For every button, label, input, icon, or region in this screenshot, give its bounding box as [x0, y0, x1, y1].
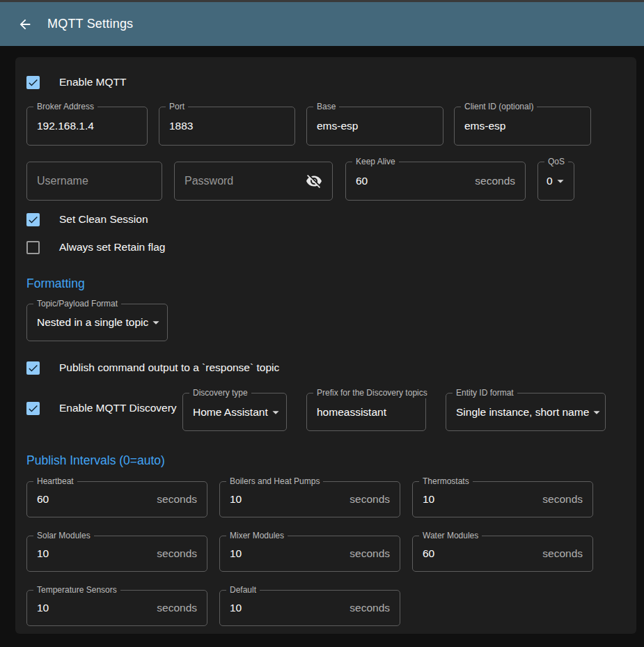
- retain-flag-checkbox[interactable]: Always set Retain flag: [26, 240, 625, 254]
- broker-settings-row: Broker Address 192.168.1.4 Port 1883 Bas…: [26, 107, 625, 146]
- password-field[interactable]: [174, 162, 333, 201]
- checkbox-icon: [26, 241, 40, 254]
- interval-suffix: seconds: [157, 493, 197, 506]
- back-arrow-icon[interactable]: [17, 16, 33, 33]
- interval-label: Solar Modules: [33, 531, 94, 541]
- enable-mqtt-label: Enable MQTT: [59, 76, 126, 88]
- discovery-type-value: Home Assistant: [193, 406, 268, 419]
- interval-suffix: seconds: [542, 493, 583, 506]
- interval-suffix: seconds: [350, 493, 390, 506]
- keep-alive-label: Keep Alive: [352, 157, 399, 167]
- interval-field-temperature-sensors[interactable]: Temperature Sensors 10 seconds: [26, 590, 207, 626]
- chevron-down-icon: [268, 405, 283, 420]
- publish-intervals-grid: Heartbeat 60 seconds Boilers and Heat Pu…: [26, 481, 625, 626]
- chevron-down-icon: [553, 173, 568, 189]
- interval-value: 10: [37, 547, 49, 560]
- interval-field-mixer-modules[interactable]: Mixer Modules 10 seconds: [219, 536, 400, 572]
- interval-field-heartbeat[interactable]: Heartbeat 60 seconds: [26, 481, 207, 517]
- keep-alive-suffix: seconds: [475, 175, 515, 187]
- topic-format-label: Topic/Payload Format: [33, 299, 121, 309]
- publish-intervals-heading: Publish Intervals (0=auto): [26, 453, 625, 468]
- interval-field-default[interactable]: Default 10 seconds: [219, 590, 400, 626]
- base-value: ems-esp: [317, 120, 358, 132]
- interval-value: 10: [37, 602, 49, 614]
- interval-value: 60: [37, 493, 49, 506]
- port-label: Port: [166, 102, 188, 112]
- checkbox-icon: [26, 76, 40, 89]
- settings-card: Enable MQTT Broker Address 192.168.1.4 P…: [15, 57, 636, 634]
- broker-address-field[interactable]: Broker Address 192.168.1.4: [26, 107, 148, 146]
- qos-label: QoS: [544, 157, 568, 167]
- interval-label: Mixer Modules: [226, 531, 288, 541]
- interval-label: Default: [226, 585, 260, 595]
- interval-label: Heartbeat: [33, 476, 77, 487]
- interval-suffix: seconds: [157, 602, 197, 614]
- checkbox-icon: [26, 402, 40, 415]
- clean-session-checkbox[interactable]: Set Clean Session: [26, 212, 625, 226]
- interval-label: Thermostats: [419, 476, 473, 487]
- interval-field-solar-modules[interactable]: Solar Modules 10 seconds: [26, 536, 207, 572]
- interval-field-water-modules[interactable]: Water Modules 60 seconds: [412, 536, 593, 572]
- visibility-off-icon[interactable]: [306, 173, 322, 189]
- discovery-prefix-value: homeassistant: [317, 406, 386, 419]
- client-id-label: Client ID (optional): [461, 102, 537, 112]
- keep-alive-field[interactable]: Keep Alive 60 seconds: [345, 162, 526, 201]
- interval-value: 10: [230, 547, 242, 560]
- interval-value: 60: [423, 547, 434, 560]
- discovery-type-label: Discovery type: [189, 388, 251, 398]
- checkbox-icon: [26, 361, 40, 375]
- publish-response-checkbox[interactable]: Publish command output to a `response` t…: [26, 361, 625, 375]
- discovery-prefix-label: Prefix for the Discovery topics: [313, 388, 431, 398]
- retain-flag-label: Always set Retain flag: [59, 241, 166, 254]
- page-title: MQTT Settings: [47, 17, 133, 31]
- port-field[interactable]: Port 1883: [159, 107, 295, 146]
- interval-field-thermostats[interactable]: Thermostats 10 seconds: [412, 481, 593, 517]
- enable-discovery-checkbox[interactable]: Enable MQTT Discovery: [26, 401, 182, 415]
- topic-format-value: Nested in a single topic: [37, 316, 148, 329]
- topic-payload-format-select[interactable]: Topic/Payload Format Nested in a single …: [26, 304, 168, 341]
- interval-value: 10: [230, 493, 242, 506]
- discovery-row: Enable MQTT Discovery Discovery type Hom…: [26, 391, 625, 431]
- username-input[interactable]: [37, 175, 152, 187]
- chevron-down-icon: [148, 315, 164, 330]
- entity-id-format-label: Entity ID format: [453, 388, 517, 398]
- interval-field-boilers-and-heat-pumps[interactable]: Boilers and Heat Pumps 10 seconds: [219, 481, 400, 517]
- interval-label: Boilers and Heat Pumps: [226, 476, 323, 487]
- app-bar: MQTT Settings: [0, 2, 644, 46]
- port-value: 1883: [169, 120, 193, 132]
- base-label: Base: [313, 102, 339, 112]
- interval-value: 10: [423, 493, 434, 506]
- client-id-field[interactable]: Client ID (optional) ems-esp: [454, 107, 591, 146]
- interval-value: 10: [230, 602, 242, 614]
- broker-address-value: 192.168.1.4: [37, 120, 94, 132]
- interval-label: Water Modules: [419, 531, 482, 541]
- qos-select[interactable]: QoS 0: [537, 162, 574, 201]
- discovery-prefix-field[interactable]: Prefix for the Discovery topics homeassi…: [306, 393, 426, 431]
- formatting-heading: Formatting: [26, 276, 625, 291]
- clean-session-label: Set Clean Session: [59, 213, 148, 226]
- chevron-down-icon: [589, 405, 604, 420]
- enable-mqtt-checkbox[interactable]: Enable MQTT: [26, 75, 625, 89]
- discovery-type-select[interactable]: Discovery type Home Assistant: [182, 393, 287, 431]
- entity-id-format-select[interactable]: Entity ID format Single instance, short …: [446, 393, 606, 431]
- enable-discovery-label: Enable MQTT Discovery: [59, 402, 177, 414]
- qos-value: 0: [547, 175, 553, 187]
- interval-suffix: seconds: [157, 547, 197, 560]
- publish-response-label: Publish command output to a `response` t…: [59, 361, 279, 374]
- interval-suffix: seconds: [350, 547, 390, 560]
- client-id-value: ems-esp: [464, 120, 505, 132]
- interval-label: Temperature Sensors: [33, 585, 120, 595]
- broker-address-label: Broker Address: [33, 102, 97, 112]
- interval-suffix: seconds: [350, 602, 390, 614]
- username-field[interactable]: [26, 162, 162, 201]
- credentials-row: Keep Alive 60 seconds QoS 0: [26, 162, 625, 201]
- entity-id-format-value: Single instance, short name: [456, 406, 589, 419]
- base-field[interactable]: Base ems-esp: [306, 107, 443, 146]
- interval-suffix: seconds: [542, 547, 583, 560]
- keep-alive-value: 60: [356, 175, 368, 187]
- password-input[interactable]: [184, 175, 306, 187]
- checkbox-icon: [26, 213, 40, 226]
